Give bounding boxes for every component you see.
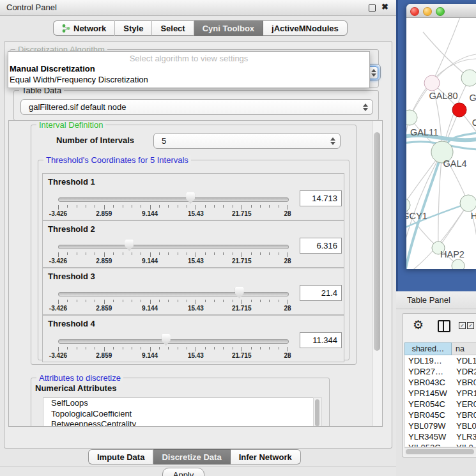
threshold-value-field[interactable]: 21.4: [300, 285, 342, 301]
network-node[interactable]: [452, 259, 464, 269]
column-header-shared-name[interactable]: shared…: [404, 342, 452, 355]
cell-name[interactable]: YER0: [452, 399, 476, 410]
tab-jactivemnodules[interactable]: jActiveMNodules: [263, 20, 348, 36]
tab-discretize-data[interactable]: Discretize Data: [153, 449, 230, 464]
checkbox-icon[interactable]: ✓: [467, 322, 474, 329]
table-row[interactable]: YPR145WYPR1: [405, 388, 476, 399]
slider-track[interactable]: [58, 245, 289, 249]
tab-cyni-toolbox[interactable]: Cyni Toolbox: [194, 20, 263, 36]
cell-name[interactable]: YLR3: [452, 431, 476, 442]
settings-vertical-scrollbar[interactable]: [372, 121, 382, 426]
network-edge[interactable]: [438, 152, 442, 248]
cell-name[interactable]: YDR2: [452, 366, 476, 377]
cell-name[interactable]: YIL0: [452, 442, 476, 447]
slider-thumb[interactable]: [235, 287, 244, 298]
threshold-slider[interactable]: -3.4262.8599.14415.4321.71528: [58, 239, 288, 266]
threshold-value-field[interactable]: 11.344: [300, 332, 342, 348]
tab-infer-network[interactable]: Infer Network: [231, 449, 301, 464]
table-row[interactable]: YDR27…YDR2: [405, 366, 476, 377]
slider-thumb[interactable]: [186, 192, 195, 204]
attributes-list-scrollbar[interactable]: [313, 397, 322, 427]
slider-tick: [113, 347, 114, 349]
cell-shared-name[interactable]: YDR27…: [405, 366, 452, 377]
cell-shared-name[interactable]: YPR145W: [405, 388, 452, 399]
column-header-name[interactable]: na: [452, 342, 476, 355]
slider-tick: [279, 205, 279, 208]
network-window-titlebar[interactable]: [406, 4, 476, 18]
cell-name[interactable]: YBR0: [452, 377, 476, 388]
slider-track[interactable]: [58, 197, 289, 202]
cell-shared-name[interactable]: YBR045C: [405, 410, 452, 420]
table-row[interactable]: YBR045CYBR0: [405, 410, 476, 420]
attribute-list-item[interactable]: SelfLoops: [43, 398, 313, 409]
tab-network[interactable]: Network: [53, 20, 115, 36]
threshold-value-field[interactable]: 6.316: [300, 238, 342, 254]
close-icon[interactable]: ✖: [381, 2, 388, 12]
table-panel: Table Panel ⚙ ✓ ✓ shared… na YDL19…YDL1Y…: [396, 291, 476, 476]
table-row[interactable]: YIL052CYIL0: [405, 442, 476, 447]
slider-tick: [205, 252, 206, 255]
popup-option-equal-width-frequency[interactable]: Equal Width/Frequency Discretization: [8, 74, 369, 85]
scrollbar-thumb[interactable]: [406, 449, 474, 454]
tab-select[interactable]: Select: [152, 20, 194, 36]
scrollbar-thumb[interactable]: [374, 132, 380, 351]
tab-impute-data[interactable]: Impute Data: [88, 449, 153, 464]
network-node[interactable]: [460, 195, 476, 211]
cell-shared-name[interactable]: YBL079W: [405, 420, 452, 431]
network-view-window[interactable]: GAL80GACGAL11GAL4GCY1HHAP2: [406, 4, 476, 269]
minimize-traffic-light-icon[interactable]: [423, 7, 432, 16]
slider-thumb[interactable]: [162, 334, 171, 346]
float-window-icon[interactable]: [369, 4, 376, 12]
close-traffic-light-icon[interactable]: [410, 7, 419, 16]
cell-shared-name[interactable]: YIL052C: [405, 442, 452, 447]
column-layout-icon[interactable]: [438, 320, 450, 332]
slider-tick: [168, 205, 169, 208]
table-row[interactable]: YLR345WYLR3: [405, 431, 476, 442]
slider-tick: [223, 347, 224, 349]
gear-icon[interactable]: ⚙: [413, 318, 424, 332]
zoom-traffic-light-icon[interactable]: [436, 7, 445, 16]
table-row[interactable]: YBR043CYBR0: [405, 377, 476, 388]
network-node[interactable]: [424, 75, 440, 91]
network-node[interactable]: [452, 103, 466, 117]
slider-thumb[interactable]: [125, 240, 134, 251]
checkbox-icon[interactable]: ✓: [459, 322, 466, 329]
threshold-slider[interactable]: -3.4262.8599.14415.4321.71528: [58, 286, 288, 313]
table-row[interactable]: YBL079WYBL0: [405, 420, 476, 431]
slider-tick: [196, 347, 196, 351]
attribute-list-item[interactable]: BetweennessCentrality: [43, 419, 313, 427]
cell-name[interactable]: YDL1: [452, 355, 476, 366]
table-row[interactable]: YDL19…YDL1: [405, 355, 476, 366]
cell-name[interactable]: YBL0: [452, 420, 476, 431]
threshold-slider[interactable]: -3.4262.8599.14415.4321.71528: [58, 334, 288, 360]
network-node[interactable]: [461, 70, 476, 86]
table-row[interactable]: YER054CYER0: [405, 399, 476, 410]
network-edge[interactable]: [406, 118, 410, 205]
cell-shared-name[interactable]: YDL19…: [405, 355, 452, 366]
tab-style[interactable]: Style: [115, 20, 152, 36]
table-horizontal-scrollbar[interactable]: [404, 447, 476, 456]
slider-track[interactable]: [58, 339, 289, 344]
threshold-slider[interactable]: -3.4262.8599.14415.4321.71528: [58, 192, 288, 219]
cell-shared-name[interactable]: YBR043C: [405, 377, 452, 388]
slider-tick: [58, 205, 59, 210]
cell-name[interactable]: YPR1: [452, 388, 476, 399]
network-node[interactable]: [406, 110, 417, 125]
cell-shared-name[interactable]: YLR345W: [405, 431, 452, 442]
cell-name[interactable]: YBR0: [452, 410, 476, 420]
cell-shared-name[interactable]: YER054C: [405, 399, 452, 410]
network-node[interactable]: [406, 198, 410, 212]
tab-impute-data-label: Impute Data: [97, 452, 144, 462]
table-data-combobox[interactable]: galFiltered.sif default node: [20, 99, 373, 115]
slider-tick-label: 2.859: [96, 305, 112, 312]
apply-button[interactable]: Apply: [162, 468, 204, 476]
attribute-list-item[interactable]: TopologicalCoefficient: [43, 409, 313, 420]
network-canvas[interactable]: GAL80GACGAL11GAL4GCY1HHAP2: [406, 18, 476, 269]
threshold-value-field[interactable]: 14.713: [300, 190, 342, 206]
slider-track[interactable]: [58, 292, 289, 296]
network-edge[interactable]: [423, 32, 470, 78]
number-of-intervals-combobox[interactable]: 5: [153, 133, 341, 149]
popup-option-manual-discretization[interactable]: Manual Discretization: [8, 63, 369, 74]
numerical-attributes-list[interactable]: SelfLoopsTopologicalCoefficientBetweenne…: [43, 397, 314, 427]
network-edge[interactable]: [432, 18, 460, 83]
